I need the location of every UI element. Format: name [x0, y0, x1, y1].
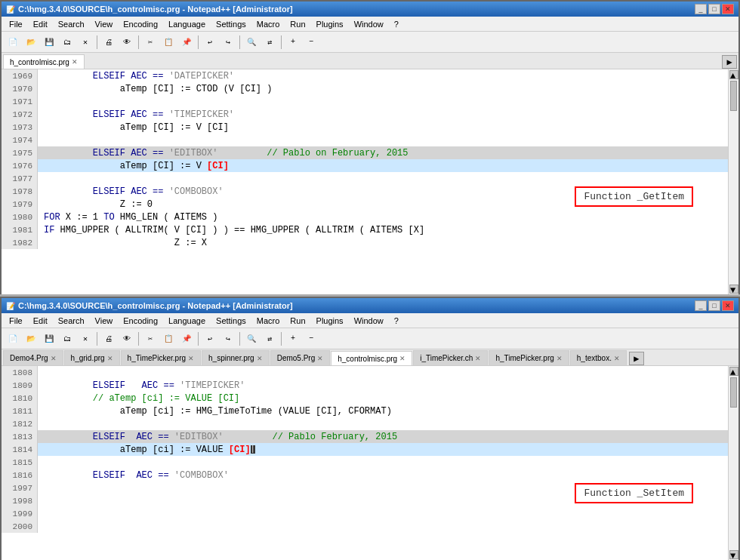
menu-language-bottom[interactable]: Language [164, 315, 210, 326]
menu-plugins-bottom[interactable]: Plugins [312, 315, 348, 326]
tab-close-i-timepicker[interactable]: ✕ [475, 355, 481, 362]
scroll-thumb-top[interactable] [730, 81, 737, 111]
maximize-button-bottom[interactable]: □ [708, 300, 720, 311]
tab-i-timepicker[interactable]: i_TimePicker.ch ✕ [413, 350, 488, 365]
menu-encoding-bottom[interactable]: Encoding [119, 315, 162, 326]
cut-btn-bottom[interactable]: ✂ [142, 331, 159, 347]
menu-view-bottom[interactable]: View [91, 315, 118, 326]
menu-run-top[interactable]: Run [285, 19, 310, 29]
scrollbar-bottom[interactable]: ▲ ▼ [728, 366, 738, 560]
menu-macro-top[interactable]: Macro [252, 19, 285, 29]
scroll-up-bottom[interactable]: ▲ [729, 367, 738, 376]
window-top: 📝 C:\hmg.3.4.0\SOURCE\h_controlmisc.prg … [0, 0, 740, 294]
menu-file-bottom[interactable]: File [5, 315, 27, 326]
paste-btn-bottom[interactable]: 📌 [178, 331, 195, 347]
editor-bottom[interactable]: 1808 1809 ELSEIF AEC == 'TIMEPICKER' 181… [2, 366, 738, 560]
menu-window-top[interactable]: Window [350, 19, 388, 29]
zoom-out-btn-bottom[interactable]: − [303, 331, 319, 347]
save-btn-bottom[interactable]: 💾 [41, 331, 57, 347]
undo-btn-bottom[interactable]: ↩ [202, 331, 218, 347]
close-btn-top[interactable]: ✕ [77, 34, 94, 51]
menu-plugins-top[interactable]: Plugins [312, 19, 348, 29]
print-btn-top[interactable]: 🖨 [100, 34, 117, 51]
tab-h-timepicker2[interactable]: h_TimePicker.prg ✕ [489, 350, 569, 365]
tab-close-h-grid[interactable]: ✕ [107, 355, 113, 362]
maximize-button-top[interactable]: □ [708, 4, 720, 14]
print-preview-btn-top[interactable]: 👁 [119, 34, 135, 51]
find-btn-top[interactable]: 🔍 [243, 34, 260, 51]
tab-close-controlmisc[interactable]: ✕ [399, 355, 405, 362]
cut-btn-top[interactable]: ✂ [142, 34, 159, 51]
menu-macro-bottom[interactable]: Macro [252, 315, 285, 326]
find-btn-bottom[interactable]: 🔍 [243, 331, 260, 347]
replace-btn-top[interactable]: ⇄ [261, 34, 278, 51]
tab-h-controlmisc-top[interactable]: h_controlmisc.prg ✕ [3, 54, 85, 69]
menu-settings-top[interactable]: Settings [211, 19, 251, 29]
tab-close-demo5[interactable]: ✕ [317, 355, 323, 362]
save-all-btn-bottom[interactable]: 🗂 [59, 331, 76, 347]
minimize-button-bottom[interactable]: _ [695, 300, 707, 311]
menu-help-bottom[interactable]: ? [390, 315, 403, 326]
tab-scroll-right-bottom[interactable]: ▶ [629, 352, 644, 365]
tab-close-top[interactable]: ✕ [72, 58, 78, 66]
tab-h-textbox[interactable]: h_textbox. ✕ [570, 350, 627, 365]
undo-btn-top[interactable]: ↩ [202, 34, 218, 51]
menu-settings-bottom[interactable]: Settings [211, 315, 251, 326]
menu-encoding-top[interactable]: Encoding [119, 19, 162, 29]
print-preview-btn-bottom[interactable]: 👁 [119, 331, 135, 347]
tab-h-spinner[interactable]: h_spinner.prg ✕ [202, 350, 270, 365]
menu-edit-top[interactable]: Edit [29, 19, 52, 29]
scroll-down-top[interactable]: ▼ [729, 285, 738, 294]
new-btn-bottom[interactable]: 📄 [5, 331, 21, 347]
editor-top[interactable]: 1969 ELSEIF AEC == 'DATEPICKER' 1970 aTe… [2, 69, 738, 294]
open-btn-bottom[interactable]: 📂 [23, 331, 39, 347]
menu-edit-bottom[interactable]: Edit [29, 315, 52, 326]
redo-btn-bottom[interactable]: ↪ [220, 331, 236, 347]
tab-demo4[interactable]: Demo4.Prg ✕ [3, 350, 63, 365]
tab-close-demo4[interactable]: ✕ [51, 355, 57, 362]
zoom-out-btn-top[interactable]: − [303, 34, 319, 51]
close-button-top[interactable]: ✕ [722, 4, 734, 14]
close-btn-bottom[interactable]: ✕ [77, 331, 94, 347]
tab-close-spinner[interactable]: ✕ [257, 355, 263, 362]
minimize-button-top[interactable]: _ [695, 4, 707, 14]
print-btn-bottom[interactable]: 🖨 [100, 331, 117, 347]
menu-search-bottom[interactable]: Search [54, 315, 89, 326]
menu-file-top[interactable]: File [5, 19, 27, 29]
zoom-in-btn-top[interactable]: + [285, 34, 301, 51]
line-1814: 1814 aTemp [ci] := VALUE [CI]| [2, 443, 738, 456]
save-btn-top[interactable]: 💾 [41, 34, 57, 51]
tab-close-timepicker2[interactable]: ✕ [557, 355, 563, 362]
scrollbar-top[interactable]: ▲ ▼ [728, 69, 738, 294]
tab-close-timepicker1[interactable]: ✕ [188, 355, 194, 362]
save-all-btn-top[interactable]: 🗂 [59, 34, 76, 51]
menu-run-bottom[interactable]: Run [285, 315, 310, 326]
new-btn-top[interactable]: 📄 [5, 34, 21, 51]
tab-demo5[interactable]: Demo5.Prg ✕ [270, 350, 331, 365]
line-1969: 1969 ELSEIF AEC == 'DATEPICKER' [2, 69, 738, 82]
menu-view-top[interactable]: View [91, 19, 118, 29]
tab-bar-top: h_controlmisc.prg ✕ ▶ [2, 53, 738, 69]
tab-scroll-right-top[interactable]: ▶ [722, 55, 737, 69]
menu-search-top[interactable]: Search [54, 19, 89, 29]
replace-btn-bottom[interactable]: ⇄ [261, 331, 278, 347]
tab-h-controlmisc-bottom[interactable]: h_controlmisc.prg ✕ [331, 351, 412, 366]
menu-language-top[interactable]: Language [164, 19, 210, 29]
copy-btn-top[interactable]: 📋 [160, 34, 177, 51]
zoom-in-btn-bottom[interactable]: + [285, 331, 301, 347]
menu-help-top[interactable]: ? [390, 19, 403, 29]
close-button-bottom[interactable]: ✕ [722, 300, 734, 311]
tab-h-grid[interactable]: h_grid.prg ✕ [64, 350, 120, 365]
redo-btn-top[interactable]: ↪ [220, 34, 236, 51]
scroll-up-top[interactable]: ▲ [729, 70, 738, 79]
paste-btn-top[interactable]: 📌 [178, 34, 195, 51]
open-btn-top[interactable]: 📂 [23, 34, 39, 51]
scroll-thumb-bottom[interactable] [730, 377, 737, 408]
scroll-down-bottom[interactable]: ▼ [729, 550, 738, 559]
tab-close-textbox[interactable]: ✕ [614, 355, 620, 362]
menu-window-bottom[interactable]: Window [350, 315, 388, 326]
copy-btn-bottom[interactable]: 📋 [160, 331, 177, 347]
tab-h-timepicker1[interactable]: h_TimePicker.prg ✕ [121, 350, 201, 365]
tab-bar-bottom: Demo4.Prg ✕ h_grid.prg ✕ h_TimePicker.pr… [2, 349, 738, 366]
line-2000: 2000 [2, 520, 738, 533]
